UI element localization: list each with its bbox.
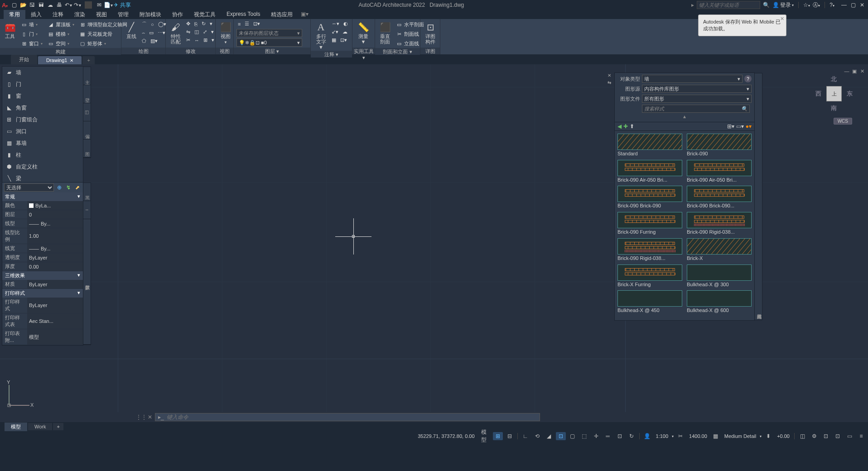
tool-item-window[interactable]: ▮窗 — [2, 90, 83, 102]
more-icon[interactable]: ▾ — [208, 20, 214, 28]
hatch-icon[interactable]: ▨▾ — [149, 37, 159, 45]
elev-icon[interactable]: ⬍ — [763, 432, 773, 440]
move-icon[interactable]: ✥ — [185, 20, 192, 28]
3d-icon[interactable]: ⬚ — [579, 432, 589, 440]
offset-icon[interactable]: ◫ — [193, 28, 200, 36]
tools-button[interactable]: 🧰 工具 — [3, 20, 17, 40]
style-item[interactable]: Brick-090 Air-050 Bri... — [617, 160, 682, 183]
ribbon-tab[interactable]: 精选应用 — [265, 10, 298, 19]
dim-icon[interactable]: ↔▾ — [330, 20, 341, 28]
field-icon[interactable]: ⊡▾ — [339, 36, 348, 44]
command-input-box[interactable]: ▸_ — [155, 413, 540, 421]
prop-row[interactable]: 线宽——By... — [2, 244, 83, 253]
vtab[interactable]: 黑 — [83, 183, 91, 201]
stair-button[interactable]: ▤楼梯▾ — [46, 29, 76, 38]
trim-icon[interactable]: ✂ — [185, 36, 192, 44]
style-item[interactable]: Brick-090 Furring — [617, 212, 682, 236]
snap-icon[interactable]: ∟ — [521, 432, 530, 440]
exchange-icon[interactable]: ☆▾ — [803, 2, 810, 8]
lw-icon[interactable]: ═ — [603, 432, 613, 440]
viewcube[interactable]: 上 北 南 东 西 — [814, 73, 854, 114]
mirror-icon[interactable]: ⇋ — [185, 28, 192, 36]
south-label[interactable]: 南 — [831, 104, 837, 112]
ribbon-tab[interactable]: 管理 — [112, 10, 134, 19]
sync-icon[interactable]: ↻ — [627, 432, 637, 440]
pickadd-icon[interactable]: ↯ — [65, 184, 72, 191]
line-button[interactable]: ╱ 直线 — [124, 20, 139, 40]
section-general[interactable]: 常规▾ — [2, 192, 83, 201]
coordinates[interactable]: 35229.71, 37372.80, 0.00 — [418, 433, 474, 439]
prop-row[interactable]: 图层0 — [2, 210, 83, 219]
open-icon[interactable]: 📂 — [19, 1, 27, 9]
drawing-canvas[interactable]: — ▣ ✕ ✕ Autodesk 保存到 Web 和 Mobile 已成功加载。… — [0, 64, 868, 412]
layout-tab-model[interactable]: 模型 — [5, 423, 27, 431]
sel-icon[interactable]: ▢ — [568, 432, 578, 440]
prop-row[interactable]: 线型比例1.00 — [2, 228, 83, 244]
mail-icon[interactable]: ✉ — [96, 1, 103, 9]
table-icon[interactable]: ▦ — [330, 36, 338, 44]
cmd-handle[interactable]: ⋮⋮✕ — [136, 414, 152, 420]
minimize-button[interactable]: — — [840, 1, 848, 9]
north-label[interactable]: 北 — [831, 75, 837, 83]
grid-icon[interactable]: ⊞ — [493, 432, 503, 440]
arc-icon[interactable]: ⌢ — [140, 29, 146, 37]
vtab[interactable]: ↕ — [83, 201, 91, 219]
osnap-icon[interactable]: ⊡ — [556, 432, 566, 440]
add-icon[interactable]: ✚ — [623, 123, 628, 130]
copy-icon[interactable]: ⎘ — [193, 20, 199, 28]
more-icon[interactable]: ▾ — [210, 28, 215, 36]
style-item[interactable]: Brick-090 — [687, 134, 752, 157]
people-icon[interactable]: 👤 — [642, 432, 652, 440]
close-icon[interactable]: ✕ — [859, 68, 865, 74]
layerstate-combo[interactable]: 未保存的图层状态▾ — [236, 29, 302, 37]
close-icon[interactable]: ✕ — [780, 16, 784, 22]
doc-tab-drawing[interactable]: Drawing1✕ — [38, 56, 82, 64]
wall-button[interactable]: ▭墙▾ — [19, 20, 44, 29]
help-search-input[interactable] — [699, 2, 758, 8]
size-icon[interactable]: ▭▾ — [736, 123, 744, 130]
source-combo[interactable]: 内容构件库图形▾ — [642, 85, 752, 93]
style-item[interactable]: Bulkhead-X @ 600 — [687, 290, 752, 314]
close-button[interactable]: ✕ — [858, 1, 866, 9]
clean-icon[interactable]: ▭ — [844, 432, 854, 440]
color-icon[interactable]: ●▾ — [746, 123, 752, 130]
tool-item-custom-column[interactable]: ⬢自定义柱 — [2, 161, 83, 173]
cut-value[interactable]: 1400.00 — [687, 433, 709, 439]
glass-icon[interactable]: ⊡ — [615, 432, 625, 440]
more-icon[interactable]: ⋯▾ — [156, 29, 167, 37]
undo-icon[interactable]: ↶▾ — [65, 1, 72, 9]
scale-value[interactable]: 1:100 — [654, 433, 670, 439]
layer-icon[interactable]: ⊡▾ — [252, 20, 261, 28]
close-icon[interactable]: ✕ — [70, 58, 73, 63]
command-input[interactable] — [167, 414, 537, 420]
model-button[interactable]: 模型 — [481, 432, 491, 440]
grid2-icon[interactable]: ⊟ — [505, 432, 515, 440]
save-icon[interactable]: 🖫 — [29, 1, 36, 9]
dyn-icon[interactable]: ✛ — [591, 432, 601, 440]
vtab[interactable]: 图 — [83, 139, 91, 158]
glass-icon[interactable]: ⊡ — [821, 432, 831, 440]
detail-icon[interactable]: ▦ — [711, 432, 721, 440]
plot-icon[interactable]: 🖶 — [56, 1, 63, 9]
import-icon[interactable]: ⬆ — [630, 123, 634, 130]
section-plot[interactable]: 打印样式▾ — [2, 289, 83, 298]
style-search[interactable]: 搜索样式🔍 — [642, 105, 750, 113]
iso-icon[interactable]: ◫ — [797, 432, 807, 440]
rect-icon[interactable]: ▭ — [148, 29, 155, 37]
ribbon-tab[interactable]: 视觉工具 — [188, 10, 221, 19]
style-item[interactable]: Brick-090 Air-050 Bri... — [687, 160, 752, 183]
qselect-icon[interactable]: ⊕ — [56, 184, 63, 191]
style-item[interactable]: Bulkhead-X @ 300 — [687, 264, 752, 288]
style-item[interactable]: Bulkhead-X @ 450 — [617, 290, 682, 314]
vtab[interactable]: 壁 — [83, 85, 91, 103]
space-button[interactable]: ▭空间▾ — [46, 39, 76, 48]
prop-row[interactable]: 打印样式ByLayer — [2, 298, 83, 313]
prop-row[interactable]: 厚度0.00 — [2, 262, 83, 271]
view-button[interactable]: ⬛ 视图▼ — [218, 20, 233, 46]
new-icon[interactable]: ▢ — [10, 1, 18, 9]
section-3d[interactable]: 三维效果▾ — [2, 271, 83, 280]
ribbon-tab[interactable]: 附加模块 — [134, 10, 167, 19]
share-button[interactable]: ✈ 共享 — [114, 1, 131, 9]
poly-icon[interactable]: ⬠ — [140, 37, 148, 45]
tool-item-door[interactable]: ▯门 — [2, 78, 83, 90]
